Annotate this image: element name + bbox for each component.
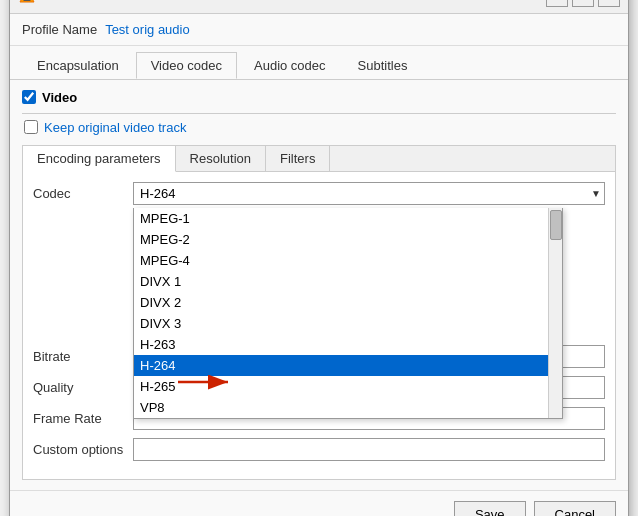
profile-name-row: Profile Name Test orig audio — [10, 14, 628, 46]
codec-row: Codec H-264 ▼ MPEG-1 MPEG-2 — [33, 182, 605, 205]
custom-options-label: Custom options — [33, 442, 133, 457]
save-button[interactable]: Save — [454, 501, 526, 517]
outer-tabs: Encapsulation Video codec Audio codec Su… — [10, 46, 628, 80]
scrollbar-thumb[interactable] — [550, 210, 562, 240]
custom-options-row: Custom options — [33, 438, 605, 461]
keep-original-row: Keep original video track — [22, 120, 616, 135]
codec-control: H-264 ▼ MPEG-1 MPEG-2 MPEG-4 DIVX 1 — [133, 182, 605, 205]
tab-subtitles[interactable]: Subtitles — [343, 52, 423, 79]
codec-option-vp8[interactable]: VP8 — [134, 397, 562, 418]
custom-options-control — [133, 438, 605, 461]
codec-option-mpeg1[interactable]: MPEG-1 — [134, 208, 562, 229]
close-button[interactable]: ✕ — [598, 0, 620, 7]
svg-rect-3 — [24, 0, 31, 1]
maximize-button[interactable]: ☐ — [572, 0, 594, 7]
enc-tab-resolution[interactable]: Resolution — [176, 146, 266, 171]
codec-display[interactable]: H-264 — [133, 182, 605, 205]
keep-original-label: Keep original video track — [44, 120, 186, 135]
video-checkbox-row: Video — [22, 90, 616, 105]
encoding-content: Codec H-264 ▼ MPEG-1 MPEG-2 — [23, 172, 615, 479]
video-section-divider — [22, 113, 616, 114]
quality-label: Quality — [33, 380, 133, 395]
bottom-buttons: Save Cancel — [10, 490, 628, 517]
codec-option-h263[interactable]: H-263 — [134, 334, 562, 355]
enc-tab-encoding-parameters[interactable]: Encoding parameters — [23, 146, 176, 172]
codec-dropdown-list: MPEG-1 MPEG-2 MPEG-4 DIVX 1 DIVX 2 DIVX … — [133, 208, 563, 419]
codec-option-divx2[interactable]: DIVX 2 — [134, 292, 562, 313]
tab-audio-codec[interactable]: Audio codec — [239, 52, 341, 79]
title-bar: Profile edition — ☐ ✕ — [10, 0, 628, 14]
window-controls: — ☐ ✕ — [546, 0, 620, 7]
profile-edition-window: Profile edition — ☐ ✕ Profile Name Test … — [9, 0, 629, 516]
tab-encapsulation[interactable]: Encapsulation — [22, 52, 134, 79]
bitrate-label: Bitrate — [33, 349, 133, 364]
video-label: Video — [42, 90, 77, 105]
scrollbar-track — [548, 208, 562, 418]
keep-original-link: video track — [124, 120, 187, 135]
dropdown-items: MPEG-1 MPEG-2 MPEG-4 DIVX 1 DIVX 2 DIVX … — [134, 208, 562, 418]
enc-tab-filters[interactable]: Filters — [266, 146, 330, 171]
content-area: Video Keep original video track Encoding… — [10, 80, 628, 490]
codec-option-h265[interactable]: H-265 — [134, 376, 562, 397]
video-checkbox[interactable] — [22, 90, 36, 104]
minimize-button[interactable]: — — [546, 0, 568, 7]
custom-options-input[interactable] — [133, 438, 605, 461]
encoding-tabs-bar: Encoding parameters Resolution Filters — [23, 146, 615, 172]
keep-original-checkbox[interactable] — [24, 120, 38, 134]
tab-video-codec[interactable]: Video codec — [136, 52, 237, 79]
cancel-button[interactable]: Cancel — [534, 501, 616, 517]
encoding-panel: Encoding parameters Resolution Filters C… — [22, 145, 616, 480]
codec-option-divx3[interactable]: DIVX 3 — [134, 313, 562, 334]
codec-label: Codec — [33, 186, 133, 201]
vlc-icon — [18, 0, 36, 5]
codec-select-wrapper: H-264 ▼ — [133, 182, 605, 205]
codec-option-h264[interactable]: H-264 — [134, 355, 562, 376]
window-title: Profile edition — [44, 0, 538, 3]
codec-option-mpeg4[interactable]: MPEG-4 — [134, 250, 562, 271]
profile-name-value: Test orig audio — [105, 22, 190, 37]
codec-option-mpeg2[interactable]: MPEG-2 — [134, 229, 562, 250]
profile-name-label: Profile Name — [22, 22, 97, 37]
frame-rate-label: Frame Rate — [33, 411, 133, 426]
codec-option-divx1[interactable]: DIVX 1 — [134, 271, 562, 292]
